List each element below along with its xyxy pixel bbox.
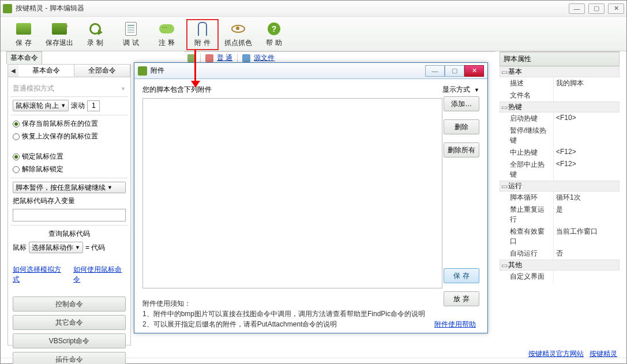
category-vbscript[interactable]: VBScript命令 (13, 333, 126, 348)
radio-save-pos[interactable]: 保存当前鼠标所在的位置 (13, 119, 126, 129)
tab-scroll-left[interactable]: ◀ (8, 65, 18, 77)
help-icon: ? (268, 22, 280, 35)
pause-dropdown-row[interactable]: 脚本暂停，按任意鼠标键继续▼ (13, 182, 126, 193)
wheel-dropdown[interactable]: 鼠标滚轮 向上▼ (13, 100, 69, 111)
radio-icon (13, 166, 20, 173)
radio-restore-pos[interactable]: 恢复上次保存的鼠标位置 (13, 132, 126, 141)
dialog-window-controls: — ▢ ✕ (425, 65, 484, 77)
comment-icon (159, 24, 174, 33)
delete-all-button[interactable]: 删除所有 (444, 142, 479, 157)
source-tab-icon (242, 54, 250, 62)
chevron-down-icon: ▼ (474, 87, 479, 93)
window-controls: — ▢ ✕ (569, 3, 624, 14)
save-button[interactable]: 保 存 (444, 268, 479, 283)
chevron-down-icon: ▼ (107, 185, 112, 190)
dialog-titlebar: 附件 — ▢ ✕ (134, 63, 487, 79)
var-input[interactable] (13, 209, 126, 222)
collapse-icon: ▭ (500, 68, 508, 76)
collapse-icon: ▭ (500, 182, 508, 190)
category-other[interactable]: 其它命令 (13, 315, 126, 330)
chevron-down-icon: ▼ (75, 245, 80, 250)
properties-panel: 脚本属性 ▭基本 描述我的脚本 文件名 ▭热键 启动热键<F10> 暂停/继续热… (500, 51, 620, 346)
main-toolbar: 保 存 保存退出 录 制 调 试 注 释 附 件 抓点抓色 ?帮 助 (1, 17, 626, 51)
link-official-site[interactable]: 按键精灵官方网站 (528, 349, 584, 359)
eyedropper-icon (231, 25, 245, 33)
debug-icon (125, 22, 137, 36)
mouse-wheel-row: 鼠标滚轮 向上▼ 滚动 (13, 100, 126, 111)
dialog-maximize[interactable]: ▢ (445, 65, 464, 77)
tab-source[interactable]: 源文件 (254, 53, 275, 63)
link-forum[interactable]: 按键精灵 (590, 349, 617, 359)
toolbar-help[interactable]: ?帮 助 (258, 19, 290, 50)
delete-button[interactable]: 删除 (444, 119, 479, 134)
tab-all-commands[interactable]: 全部命令 (74, 65, 130, 77)
attachment-list[interactable] (142, 98, 442, 288)
dialog-side-buttons: 添加… 删除 删除所有 保 存 放 弃 (444, 96, 479, 306)
app-title: 按键精灵 - 脚本编辑器 (16, 3, 569, 13)
category-control[interactable]: 控制命令 (13, 297, 126, 312)
main-titlebar: 按键精灵 - 脚本编辑器 — ▢ ✕ (1, 1, 626, 17)
tab-normal[interactable]: 普 通 (217, 53, 232, 63)
prop-custom-ui[interactable]: 自定义界面 (500, 271, 620, 283)
prop-filename[interactable]: 文件名 (500, 89, 620, 102)
toolbar-save[interactable]: 保 存 (7, 19, 40, 50)
attachment-help-link[interactable]: 附件使用帮助 (434, 319, 476, 329)
prop-pause-hotkey[interactable]: 暂停/继续热键 (500, 125, 620, 147)
scroll-count-input[interactable] (87, 100, 100, 111)
radio-lock[interactable]: 锁定鼠标位置 (13, 152, 126, 162)
group-hotkey[interactable]: ▭热键 (500, 102, 620, 112)
dialog-minimize[interactable]: — (425, 65, 445, 77)
paperclip-icon (198, 22, 207, 36)
footer-line2: 2、可以展开指定后缀名的附件，请看PutAttachment命令的说明 (142, 319, 479, 329)
toolbar-attachment[interactable]: 附 件 (186, 19, 219, 50)
group-run[interactable]: ▭运行 (500, 181, 620, 192)
prop-checkwin[interactable]: 检查有效窗口当前工作窗口 (500, 226, 620, 247)
toolbar-save-exit[interactable]: 保存退出 (43, 19, 76, 50)
add-button[interactable]: 添加… (444, 96, 479, 111)
prop-loop[interactable]: 脚本循环循环1次 (500, 192, 620, 204)
dialog-title: 附件 (151, 66, 425, 76)
toolbar-debug[interactable]: 调 试 (115, 19, 147, 50)
prop-desc[interactable]: 描述我的脚本 (500, 77, 620, 89)
toolbar-record[interactable]: 录 制 (79, 19, 111, 50)
dialog-icon (138, 66, 147, 76)
radio-icon (13, 153, 20, 160)
save-icon (16, 23, 31, 35)
display-mode-dropdown[interactable]: 显示方式 ▼ (442, 85, 479, 95)
prop-stop-hotkey[interactable]: 中止热键<F12> (500, 147, 620, 159)
mouse-action-row: 鼠标 选择鼠标动作▼ = 代码 (13, 242, 126, 253)
prop-stopall-hotkey[interactable]: 全部中止热键<F12> (500, 159, 620, 181)
radio-unlock[interactable]: 解除鼠标锁定 (13, 164, 126, 174)
toolbar-comment[interactable]: 注 释 (151, 19, 183, 50)
link-choose-sim[interactable]: 如何选择模拟方式 (13, 265, 65, 284)
properties-title: 脚本属性 (500, 52, 620, 66)
prop-autorun[interactable]: 自动运行否 (500, 247, 620, 260)
footer-links: 按键精灵官方网站 按键精灵 (528, 349, 617, 359)
save-exit-icon (52, 23, 67, 35)
collapse-icon: ▭ (500, 261, 508, 269)
maximize-button[interactable]: ▢ (588, 3, 605, 14)
left-section-label: 基本命令 (6, 51, 42, 64)
command-panel: ◀ 基本命令 全部命令 普通模拟方式▼ 鼠标滚轮 向上▼ 滚动 保存当前鼠标所在… (7, 64, 131, 346)
dialog-close[interactable]: ✕ (464, 65, 484, 77)
link-how-use[interactable]: 如何使用鼠标命令 (73, 265, 126, 284)
radio-icon (13, 121, 20, 127)
toolbar-colorpicker[interactable]: 抓点抓色 (222, 19, 254, 50)
sim-mode-row: 普通模拟方式▼ (13, 84, 126, 93)
record-icon (89, 23, 101, 35)
minimize-button[interactable]: — (569, 3, 585, 14)
tab-basic-commands[interactable]: 基本命令 (18, 65, 74, 77)
group-other[interactable]: ▭其他 (500, 260, 620, 271)
footer-label: 附件使用须知： (142, 298, 479, 309)
dialog-footer: 附件使用须知： 1、附件中的bmp图片可以直接在找图命令中调用，调用方法请查看帮… (142, 298, 479, 329)
mouse-action-dropdown[interactable]: 选择鼠标动作▼ (29, 242, 83, 253)
radio-icon (13, 133, 20, 140)
group-basic[interactable]: ▭基本 (500, 66, 620, 77)
query-code-label: 查询鼠标代码 (48, 229, 90, 239)
prop-start-hotkey[interactable]: 启动热键<F10> (500, 112, 620, 125)
collapse-icon: ▭ (500, 103, 508, 111)
left-section-tab: 基本命令 (6, 51, 42, 64)
close-button[interactable]: ✕ (608, 3, 624, 14)
prop-noredo[interactable]: 禁止重复运行是 (500, 204, 620, 226)
chevron-down-icon: ▼ (61, 103, 66, 108)
